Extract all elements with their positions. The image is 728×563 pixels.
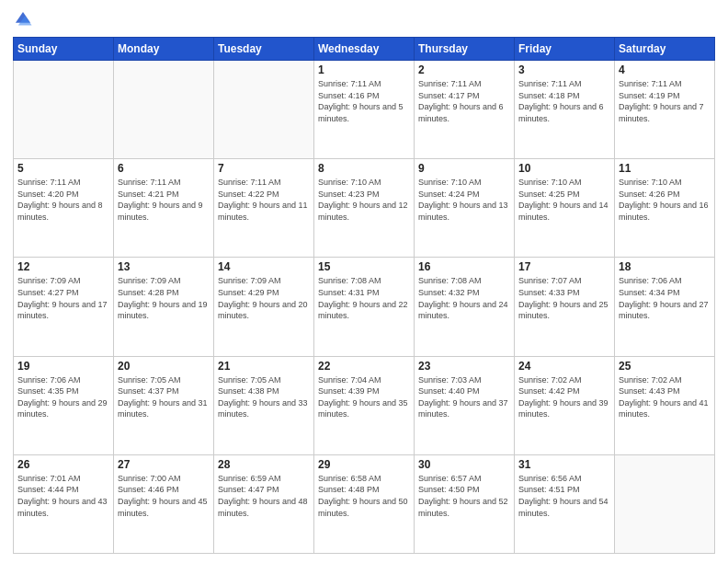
calendar-cell: 13Sunrise: 7:09 AM Sunset: 4:28 PM Dayli… — [114, 258, 214, 356]
calendar-cell: 17Sunrise: 7:07 AM Sunset: 4:33 PM Dayli… — [515, 258, 615, 356]
day-info: Sunrise: 7:00 AM Sunset: 4:46 PM Dayligh… — [118, 473, 210, 519]
calendar-cell: 25Sunrise: 7:02 AM Sunset: 4:43 PM Dayli… — [615, 356, 715, 454]
calendar-cell — [14, 61, 114, 159]
day-info: Sunrise: 7:09 AM Sunset: 4:28 PM Dayligh… — [118, 275, 210, 321]
calendar-cell: 1Sunrise: 7:11 AM Sunset: 4:16 PM Daylig… — [314, 61, 415, 159]
day-number: 10 — [518, 162, 610, 175]
day-number: 15 — [318, 260, 410, 273]
calendar-cell: 27Sunrise: 7:00 AM Sunset: 4:46 PM Dayli… — [114, 454, 214, 553]
calendar-cell: 2Sunrise: 7:11 AM Sunset: 4:17 PM Daylig… — [415, 61, 515, 159]
calendar-week-row: 5Sunrise: 7:11 AM Sunset: 4:20 PM Daylig… — [14, 159, 715, 258]
day-info: Sunrise: 7:02 AM Sunset: 4:42 PM Dayligh… — [518, 374, 610, 420]
day-number: 13 — [118, 260, 210, 273]
day-info: Sunrise: 7:11 AM Sunset: 4:17 PM Dayligh… — [418, 78, 510, 124]
calendar-cell: 16Sunrise: 7:08 AM Sunset: 4:32 PM Dayli… — [415, 258, 515, 356]
calendar-week-row: 12Sunrise: 7:09 AM Sunset: 4:27 PM Dayli… — [14, 258, 715, 356]
calendar-cell: 3Sunrise: 7:11 AM Sunset: 4:18 PM Daylig… — [515, 61, 615, 159]
calendar-cell: 29Sunrise: 6:58 AM Sunset: 4:48 PM Dayli… — [314, 454, 415, 553]
day-info: Sunrise: 6:57 AM Sunset: 4:50 PM Dayligh… — [418, 473, 510, 519]
day-number: 21 — [218, 360, 310, 373]
calendar-cell: 26Sunrise: 7:01 AM Sunset: 4:44 PM Dayli… — [14, 454, 114, 553]
day-number: 12 — [17, 260, 109, 273]
day-info: Sunrise: 7:11 AM Sunset: 4:22 PM Dayligh… — [218, 177, 310, 223]
day-info: Sunrise: 7:09 AM Sunset: 4:27 PM Dayligh… — [17, 275, 109, 321]
calendar-cell: 5Sunrise: 7:11 AM Sunset: 4:20 PM Daylig… — [14, 159, 114, 258]
weekday-saturday: Saturday — [615, 38, 715, 61]
day-number: 7 — [218, 162, 310, 175]
weekday-header-row: SundayMondayTuesdayWednesdayThursdayFrid… — [14, 38, 715, 61]
weekday-sunday: Sunday — [14, 38, 114, 61]
day-info: Sunrise: 6:56 AM Sunset: 4:51 PM Dayligh… — [518, 473, 610, 519]
calendar-cell — [214, 61, 314, 159]
day-number: 6 — [118, 162, 210, 175]
calendar-cell: 11Sunrise: 7:10 AM Sunset: 4:26 PM Dayli… — [615, 159, 715, 258]
day-info: Sunrise: 7:11 AM Sunset: 4:16 PM Dayligh… — [318, 78, 410, 124]
day-number: 26 — [17, 458, 109, 471]
calendar-cell — [114, 61, 214, 159]
day-info: Sunrise: 7:05 AM Sunset: 4:37 PM Dayligh… — [118, 374, 210, 420]
day-number: 25 — [619, 360, 711, 373]
calendar-table: SundayMondayTuesdayWednesdayThursdayFrid… — [13, 37, 715, 554]
day-info: Sunrise: 7:10 AM Sunset: 4:23 PM Dayligh… — [318, 177, 410, 223]
day-number: 9 — [418, 162, 510, 175]
weekday-friday: Friday — [515, 38, 615, 61]
calendar-cell: 18Sunrise: 7:06 AM Sunset: 4:34 PM Dayli… — [615, 258, 715, 356]
day-info: Sunrise: 7:08 AM Sunset: 4:31 PM Dayligh… — [318, 275, 410, 321]
day-number: 3 — [518, 63, 610, 76]
day-info: Sunrise: 7:04 AM Sunset: 4:39 PM Dayligh… — [318, 374, 410, 420]
day-number: 20 — [118, 360, 210, 373]
day-info: Sunrise: 7:03 AM Sunset: 4:40 PM Dayligh… — [418, 374, 510, 420]
calendar-cell: 10Sunrise: 7:10 AM Sunset: 4:25 PM Dayli… — [515, 159, 615, 258]
calendar-cell: 4Sunrise: 7:11 AM Sunset: 4:19 PM Daylig… — [615, 61, 715, 159]
weekday-wednesday: Wednesday — [314, 38, 415, 61]
day-number: 30 — [418, 458, 510, 471]
day-number: 14 — [218, 260, 310, 273]
day-number: 31 — [518, 458, 610, 471]
day-info: Sunrise: 7:05 AM Sunset: 4:38 PM Dayligh… — [218, 374, 310, 420]
day-number: 11 — [619, 162, 711, 175]
day-number: 5 — [17, 162, 109, 175]
day-number: 22 — [318, 360, 410, 373]
day-info: Sunrise: 7:09 AM Sunset: 4:29 PM Dayligh… — [218, 275, 310, 321]
calendar-cell: 19Sunrise: 7:06 AM Sunset: 4:35 PM Dayli… — [14, 356, 114, 454]
calendar-cell: 24Sunrise: 7:02 AM Sunset: 4:42 PM Dayli… — [515, 356, 615, 454]
calendar-week-row: 1Sunrise: 7:11 AM Sunset: 4:16 PM Daylig… — [14, 61, 715, 159]
day-info: Sunrise: 7:10 AM Sunset: 4:26 PM Dayligh… — [619, 177, 711, 223]
calendar-cell: 14Sunrise: 7:09 AM Sunset: 4:29 PM Dayli… — [214, 258, 314, 356]
weekday-tuesday: Tuesday — [214, 38, 314, 61]
day-number: 16 — [418, 260, 510, 273]
day-info: Sunrise: 7:11 AM Sunset: 4:19 PM Dayligh… — [619, 78, 711, 124]
calendar-cell: 21Sunrise: 7:05 AM Sunset: 4:38 PM Dayli… — [214, 356, 314, 454]
day-number: 28 — [218, 458, 310, 471]
day-info: Sunrise: 7:08 AM Sunset: 4:32 PM Dayligh… — [418, 275, 510, 321]
day-info: Sunrise: 6:58 AM Sunset: 4:48 PM Dayligh… — [318, 473, 410, 519]
calendar-cell: 22Sunrise: 7:04 AM Sunset: 4:39 PM Dayli… — [314, 356, 415, 454]
calendar-cell: 8Sunrise: 7:10 AM Sunset: 4:23 PM Daylig… — [314, 159, 415, 258]
day-info: Sunrise: 7:11 AM Sunset: 4:18 PM Dayligh… — [518, 78, 610, 124]
day-number: 18 — [619, 260, 711, 273]
day-info: Sunrise: 7:10 AM Sunset: 4:24 PM Dayligh… — [418, 177, 510, 223]
calendar-cell: 12Sunrise: 7:09 AM Sunset: 4:27 PM Dayli… — [14, 258, 114, 356]
day-info: Sunrise: 7:11 AM Sunset: 4:21 PM Dayligh… — [118, 177, 210, 223]
calendar-week-row: 26Sunrise: 7:01 AM Sunset: 4:44 PM Dayli… — [14, 454, 715, 553]
header — [13, 9, 715, 29]
day-number: 8 — [318, 162, 410, 175]
calendar-cell — [615, 454, 715, 553]
day-info: Sunrise: 7:06 AM Sunset: 4:35 PM Dayligh… — [17, 374, 109, 420]
day-info: Sunrise: 7:11 AM Sunset: 4:20 PM Dayligh… — [17, 177, 109, 223]
logo-icon — [13, 9, 33, 29]
day-number: 23 — [418, 360, 510, 373]
calendar-week-row: 19Sunrise: 7:06 AM Sunset: 4:35 PM Dayli… — [14, 356, 715, 454]
day-info: Sunrise: 7:01 AM Sunset: 4:44 PM Dayligh… — [17, 473, 109, 519]
calendar-cell: 9Sunrise: 7:10 AM Sunset: 4:24 PM Daylig… — [415, 159, 515, 258]
day-number: 2 — [418, 63, 510, 76]
day-info: Sunrise: 7:10 AM Sunset: 4:25 PM Dayligh… — [518, 177, 610, 223]
calendar-cell: 6Sunrise: 7:11 AM Sunset: 4:21 PM Daylig… — [114, 159, 214, 258]
weekday-thursday: Thursday — [415, 38, 515, 61]
calendar-cell: 28Sunrise: 6:59 AM Sunset: 4:47 PM Dayli… — [214, 454, 314, 553]
day-info: Sunrise: 7:07 AM Sunset: 4:33 PM Dayligh… — [518, 275, 610, 321]
day-number: 4 — [619, 63, 711, 76]
day-number: 17 — [518, 260, 610, 273]
day-info: Sunrise: 7:02 AM Sunset: 4:43 PM Dayligh… — [619, 374, 711, 420]
day-info: Sunrise: 7:06 AM Sunset: 4:34 PM Dayligh… — [619, 275, 711, 321]
